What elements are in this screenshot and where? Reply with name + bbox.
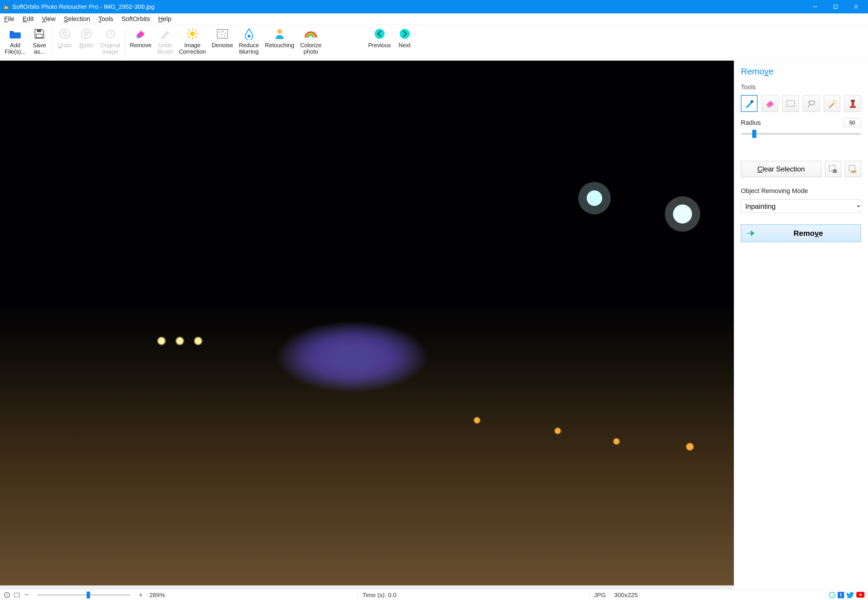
svg-point-21	[225, 33, 226, 34]
menu-tools[interactable]: Tools	[98, 15, 113, 23]
close-button[interactable]	[846, 0, 866, 14]
history-icon	[105, 27, 116, 41]
svg-point-9	[190, 32, 195, 36]
denoise-button[interactable]: Denoise	[209, 24, 236, 61]
previous-button[interactable]: Previous	[365, 24, 394, 61]
svg-rect-1	[834, 5, 838, 8]
colorize-button[interactable]: Colorize photo	[297, 24, 324, 61]
reduce-blur-label-1: Reduce	[239, 42, 259, 48]
tool-magic-wand[interactable]	[824, 95, 840, 112]
reduce-blur-label-2: blurring	[239, 48, 259, 55]
zoom-fit-icon[interactable]	[14, 592, 20, 598]
next-button[interactable]: Next	[394, 24, 415, 61]
youtube-icon[interactable]	[856, 592, 865, 598]
menu-selection[interactable]: Selection	[64, 15, 90, 23]
menu-edit[interactable]: Edit	[23, 15, 33, 23]
tool-clone-stamp[interactable]	[844, 95, 861, 112]
menu-help[interactable]: Help	[158, 15, 171, 23]
info-icon[interactable]: i	[829, 592, 835, 598]
remove-button[interactable]: Remove	[741, 224, 861, 242]
menu-softorbits[interactable]: SoftOrbits	[121, 15, 150, 23]
floppy-disk-icon	[34, 27, 45, 41]
svg-rect-41	[14, 593, 20, 597]
svg-line-15	[195, 36, 197, 38]
tool-eraser[interactable]	[762, 95, 778, 112]
zoom-in-button[interactable]: +	[137, 590, 144, 599]
image-canvas[interactable]	[0, 61, 734, 589]
image-correction-button[interactable]: Image Correction	[176, 24, 209, 61]
status-dimensions: 300x225	[612, 592, 640, 598]
svg-rect-34	[852, 102, 854, 106]
original-label-1: Original	[100, 42, 120, 48]
undo-arrow-icon	[59, 27, 71, 41]
svg-rect-29	[787, 101, 795, 106]
svg-rect-18	[217, 29, 228, 38]
app-icon	[3, 3, 9, 10]
zoom-actual-icon[interactable]: 1	[3, 592, 11, 598]
svg-text:1: 1	[6, 593, 8, 597]
eraser-icon	[135, 27, 146, 41]
svg-text:f: f	[840, 593, 842, 598]
svg-point-22	[221, 34, 222, 35]
redo-button: Redo	[76, 24, 97, 61]
facebook-icon[interactable]: f	[838, 592, 844, 598]
zoom-out-button[interactable]: −	[23, 590, 30, 599]
menu-view[interactable]: View	[42, 15, 55, 23]
main-area: Remove Tools Radius	[0, 61, 868, 589]
add-files-label-1: Add	[10, 42, 20, 48]
next-label: Next	[398, 42, 411, 48]
denoise-icon	[217, 27, 228, 41]
svg-rect-38	[849, 165, 855, 171]
folder-open-icon	[9, 27, 21, 41]
add-files-button[interactable]: Add File(s)...	[2, 24, 29, 61]
arrow-right-icon	[747, 230, 755, 236]
mode-select[interactable]: Inpainting	[741, 199, 861, 213]
svg-rect-35	[851, 100, 855, 102]
social-icons: i f	[829, 592, 865, 598]
radius-slider[interactable]	[741, 133, 861, 135]
svg-rect-33	[850, 106, 856, 108]
remove-button-label: Remove	[761, 229, 856, 238]
clear-selection-button[interactable]: Clear Selection	[741, 161, 821, 177]
tool-marker[interactable]	[741, 95, 757, 112]
tool-rect-select[interactable]	[782, 95, 799, 112]
retouching-button[interactable]: Retouching	[262, 24, 297, 61]
undo-brush-label-1: Undo	[158, 42, 172, 48]
maximize-button[interactable]	[826, 0, 846, 14]
svg-line-14	[188, 30, 190, 31]
remove-tool-button[interactable]: Remove	[127, 24, 154, 61]
tool-lasso[interactable]	[803, 95, 820, 112]
remove-panel: Remove Tools Radius	[734, 61, 868, 589]
undo-brush-button: Undo Brush	[155, 24, 176, 61]
reduce-blur-button[interactable]: Reduce blurring	[236, 24, 262, 61]
save-selection-button[interactable]	[825, 161, 841, 177]
chevron-left-circle-icon	[374, 27, 385, 41]
radius-label: Radius	[741, 119, 761, 127]
horizontal-scrollbar[interactable]	[0, 585, 734, 589]
image-corr-label-1: Image	[184, 42, 201, 48]
save-as-button[interactable]: Save as...	[29, 24, 50, 61]
svg-point-6	[60, 29, 70, 38]
toolbar-ribbon: Add File(s)... Save as... Undo Redo	[0, 24, 868, 61]
svg-point-27	[400, 29, 410, 39]
load-selection-button[interactable]	[845, 161, 861, 177]
zoom-slider[interactable]	[37, 594, 130, 596]
svg-line-16	[195, 30, 197, 31]
svg-point-26	[375, 29, 385, 39]
save-as-label-2: as...	[34, 48, 45, 55]
brush-icon	[160, 27, 171, 41]
minimize-button[interactable]	[805, 0, 826, 14]
denoise-label: Denoise	[212, 42, 233, 48]
colorize-label-1: Colorize	[300, 42, 321, 48]
rainbow-icon	[304, 27, 318, 41]
twitter-icon[interactable]	[847, 592, 854, 598]
undo-label: Undo	[58, 42, 72, 48]
menu-file[interactable]: File	[4, 15, 14, 23]
svg-rect-37	[833, 170, 837, 173]
radius-input[interactable]	[844, 118, 861, 127]
original-label-2: Image	[102, 48, 118, 55]
sun-icon	[186, 27, 198, 41]
menubar: File Edit View Selection Tools SoftOrbit…	[0, 14, 868, 24]
tools-row	[741, 95, 861, 112]
remove-tool-label: Remove	[130, 42, 151, 48]
